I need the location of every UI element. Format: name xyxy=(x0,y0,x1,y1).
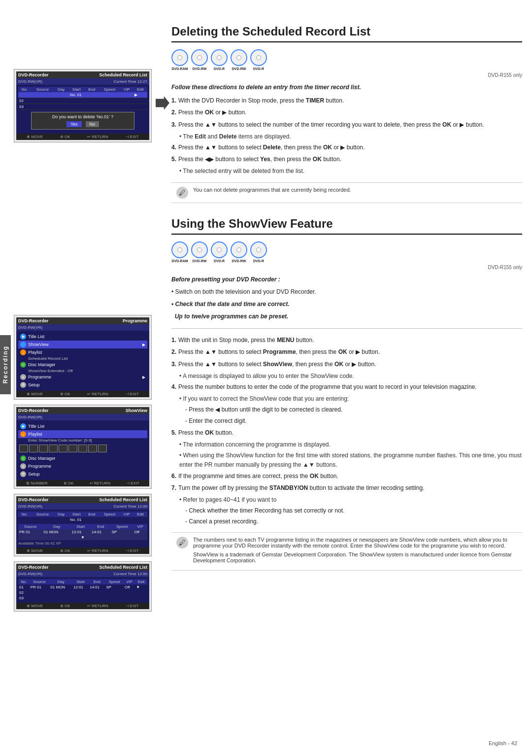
step2-7-sub1: Refer to pages 40~41 if you want to xyxy=(171,495,522,505)
screen1-header-right: Scheduled Record List xyxy=(99,72,147,77)
disc-dvd-r-1: DVD-R xyxy=(211,49,228,70)
step1-4: 4. Press the ▲▼ buttons to select Delete… xyxy=(171,143,522,152)
prog-sub-left: DVD-RW(VR) xyxy=(18,325,42,330)
disc-dvd-rw-2: DVD-RW xyxy=(231,49,247,70)
delete-dialog: Do you want to delete 'No.01' ? Yes No xyxy=(31,112,134,130)
screen1-sub-left: DVD-RW(VR) xyxy=(18,79,42,84)
sidebar-label: Recording xyxy=(2,345,9,383)
step2-7-dash2: - Cancel a preset recording. xyxy=(171,517,522,526)
menu-showview-item: ShowView ▶ xyxy=(18,341,147,348)
section2-title: Using the ShowView Feature xyxy=(171,217,522,235)
sv-sub-left: DVD-RW(VR) xyxy=(18,415,42,419)
disc2-dvd-r-2: DVD-R xyxy=(250,241,267,263)
screen-scheduled-record-list: DVD-Recorder Scheduled Record List DVD-R… xyxy=(14,69,152,142)
step2-5-sub2: When using the ShowView function for the… xyxy=(171,451,522,470)
section2-disc-icons: DVD-RAM DVD-RW DVD-R DVD-RW DVD-R xyxy=(171,241,522,263)
sv-disc-manager: ◎ Disc Manager xyxy=(18,454,147,462)
note-icon-2: 🖊 xyxy=(176,537,188,549)
screen-programme-menu: DVD-Recorder Programme DVD-RW(VR) ▶ Titl… xyxy=(14,315,152,400)
setup-icon: ⚙ xyxy=(20,382,26,388)
sv-header-left: DVD-Recorder xyxy=(18,408,49,413)
menu-setup: ⚙ Setup xyxy=(18,381,147,389)
srl-list-header-right: Scheduled Record List xyxy=(99,565,147,570)
section2-note-content: The numbers next to each TV programme li… xyxy=(193,537,517,566)
before-sub-3: Up to twelve programmes can be preset. xyxy=(171,312,522,321)
section1-block: Deleting the Scheduled Record List DVD-R… xyxy=(171,25,522,203)
menu-playlist: ♪ Playlist xyxy=(18,348,147,356)
disc-dvd-rw-1: DVD-RW xyxy=(191,49,208,70)
available-time: Available Time 00:42 XP xyxy=(18,541,147,546)
step1-5: 5. Press the ◀▶ buttons to select Yes, t… xyxy=(171,155,522,164)
sv-enter-code-label: Enter ShowView Code number: [0-9] xyxy=(18,438,147,443)
sv-code-input-boxes xyxy=(19,445,146,452)
srl-detail-sub-right: Current Time 12:00 xyxy=(114,504,147,509)
note-icon-1: 🖊 xyxy=(176,187,188,199)
section2-disc-only: DVD-R155 only xyxy=(171,265,522,270)
section1-note: 🖊 You can not delete programmes that are… xyxy=(171,182,522,203)
disc-mgr-icon: ◎ xyxy=(20,362,26,368)
screen-srl-list: DVD-Recorder Scheduled Record List DVD-R… xyxy=(14,561,152,612)
prog-header-left: DVD-Recorder xyxy=(18,318,49,323)
section1-disc-only: DVD-R155 only xyxy=(171,72,522,78)
programme-icon: ≡ xyxy=(20,374,26,380)
disc2-dvd-ram: DVD-RAM xyxy=(171,241,188,263)
menu-programme: ≡ Programme ▶ xyxy=(18,373,147,381)
section1-intro: Follow these directions to delete an ent… xyxy=(171,83,522,92)
dialog-yes-btn[interactable]: Yes xyxy=(66,121,82,127)
step1-1: 1. With the DVD Recorder in Stop mode, p… xyxy=(171,96,522,105)
step1-5-sub: The selected entry will be deleted from … xyxy=(171,167,522,176)
sv-playlist-item: ♪ Playlist xyxy=(18,430,147,438)
title-list-icon: ▶ xyxy=(20,334,26,340)
disc2-dvd-r-1: DVD-R xyxy=(211,241,228,263)
step2-4-dash2: - Enter the correct digit. xyxy=(171,416,522,426)
sv-programme: ≡ Programme xyxy=(18,462,147,470)
step1-3: 3. Press the ▲▼ buttons to select the nu… xyxy=(171,120,522,130)
sv-setup: ⚙ Setup xyxy=(18,470,147,478)
section2-instructions: Before presetting your DVD Recorder : • … xyxy=(171,275,522,527)
screen-srl-detail: DVD-Recorder Scheduled Record List DVD-R… xyxy=(14,494,152,556)
screen1-sub-right: Current Time 12:27 xyxy=(114,79,147,84)
dialog-text: Do you want to delete 'No.01' ? xyxy=(33,114,132,119)
step2-4: 4. Press the number buttons to enter the… xyxy=(171,382,522,392)
step2-3: 3. Press the ▲▼ buttons to select ShowVi… xyxy=(171,360,522,369)
srl-detail-sub-left: DVD-RW(VR) xyxy=(18,504,42,509)
screen1-header-left: DVD-Recorder xyxy=(18,72,49,77)
footer-text: English - 42 xyxy=(489,740,517,746)
before-sub-2: • Check that the date and time are corre… xyxy=(171,300,522,309)
step1-3-sub: The Edit and Delete items are displayed. xyxy=(171,132,522,141)
prog-header-right: Programme xyxy=(123,318,147,323)
srl-detail-header-left: DVD-Recorder xyxy=(18,497,49,502)
srl-list-sub-left: DVD-RW(VR) xyxy=(18,572,42,576)
section1-instructions: Follow these directions to delete an ent… xyxy=(171,83,522,176)
disc2-dvd-rw-2: DVD-RW xyxy=(231,241,247,263)
note-content-1: You can not delete programmes that are c… xyxy=(193,187,517,199)
step2-3-sub: A message is displayed to allow you to e… xyxy=(171,372,522,381)
scheduled-record-label: Scheduled Record List xyxy=(18,356,147,361)
section1-disc-icons: DVD-RAM DVD-RW DVD-R DVD-RW DVD-R xyxy=(171,49,522,70)
left-screenshots-column: DVD-Recorder Scheduled Record List DVD-R… xyxy=(14,69,162,617)
disc2-dvd-rw-1: DVD-RW xyxy=(191,241,208,263)
srl-list-header-left: DVD-Recorder xyxy=(18,565,49,570)
step2-6: 6. If the programme and times are correc… xyxy=(171,472,522,481)
section2-block: Using the ShowView Feature DVD-RAM DVD-R… xyxy=(171,217,522,571)
step2-5: 5. Press the OK button. xyxy=(171,428,522,438)
dialog-no-btn[interactable]: No xyxy=(86,121,100,127)
before-sub-1: • Switch on both the television and your… xyxy=(171,287,522,297)
playlist-icon: ♪ xyxy=(20,349,26,355)
section2-note-1: The numbers next to each TV programme li… xyxy=(193,537,517,549)
menu-disc-manager: ◎ Disc Manager xyxy=(18,361,147,369)
disc-dvd-r-2: DVD-R xyxy=(250,49,267,70)
page-footer: English - 42 xyxy=(489,740,517,746)
note-text-1: You can not delete programmes that are c… xyxy=(193,187,517,193)
showview-icon xyxy=(20,342,26,347)
showview-extended-label: ShowView Extended : Off xyxy=(18,369,147,373)
disc-dvd-ram: DVD-RAM xyxy=(171,49,188,70)
step2-4-sub1: If you want to correct the ShowView code… xyxy=(171,394,522,404)
before-presetting-note: Before presetting your DVD Recorder : xyxy=(171,275,522,284)
srl-detail-header-right: Scheduled Record List xyxy=(99,497,147,502)
step2-4-dash1: - Press the ◀ button until the digit to … xyxy=(171,405,522,414)
sv-header-right: ShowView xyxy=(126,408,147,413)
screen-showview-entry: DVD-Recorder ShowView DVD-RW(VR) ▶ Title… xyxy=(14,405,152,489)
srl-list-sub-right: Current Time 12:00 xyxy=(114,572,147,576)
step2-5-sub1: The information concerning the programme… xyxy=(171,440,522,449)
